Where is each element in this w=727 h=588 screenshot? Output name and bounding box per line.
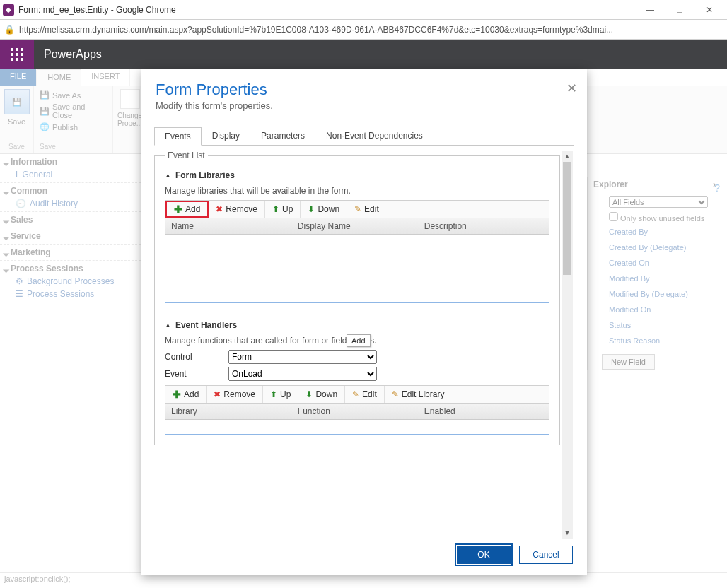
libraries-add-button[interactable]: ✚Add — [165, 201, 209, 218]
remove-icon: ✖ — [216, 204, 223, 214]
window-minimize-button[interactable]: — — [635, 0, 665, 20]
powerapps-header: PowerApps — [0, 40, 727, 69]
tab-non-event-deps[interactable]: Non-Event Dependencies — [315, 127, 434, 145]
dialog-header: Form Properties Modify this form's prope… — [141, 69, 587, 117]
form-libraries-grid-header: Name Display Name Description — [165, 218, 549, 235]
dialog-scrollbar[interactable]: ▲ ▼ — [562, 151, 573, 539]
dialog-ok-button[interactable]: OK — [457, 546, 511, 564]
scrollbar-up-icon[interactable]: ▲ — [562, 151, 573, 162]
dialog-close-button[interactable]: ✕ — [566, 81, 577, 96]
libraries-col-name[interactable]: Name — [165, 218, 292, 234]
edit-icon: ✎ — [352, 389, 359, 399]
handlers-col-enabled[interactable]: Enabled — [419, 404, 545, 419]
handlers-col-library[interactable]: Library — [165, 404, 292, 419]
handlers-add-label: Add — [184, 389, 199, 399]
tab-parameters[interactable]: Parameters — [250, 127, 315, 145]
handlers-remove-label: Remove — [223, 389, 255, 399]
form-libraries-title: Form Libraries — [175, 170, 235, 180]
libraries-down-button[interactable]: ⬇Down — [301, 201, 347, 218]
handlers-event-row: Event OnLoad — [165, 367, 549, 381]
window-close-button[interactable]: ✕ — [694, 0, 724, 20]
handlers-down-label: Down — [315, 389, 337, 399]
event-handlers-grid-body[interactable] — [165, 420, 549, 434]
dialog-subtitle: Modify this form's properties. — [156, 100, 573, 111]
window-maximize-button[interactable]: □ — [665, 0, 694, 20]
event-handlers-grid-header: Library Function Enabled — [165, 404, 549, 420]
waffle-icon — [11, 48, 23, 61]
form-libraries-header[interactable]: ▲Form Libraries — [165, 170, 549, 180]
handlers-event-select[interactable]: OnLoad — [228, 367, 377, 381]
svg-rect-0 — [11, 48, 13, 51]
powerapps-brand: PowerApps — [34, 48, 102, 61]
scrollbar-down-icon[interactable]: ▼ — [562, 527, 573, 539]
handlers-col-function[interactable]: Function — [292, 404, 419, 419]
edit-icon: ✎ — [354, 204, 361, 214]
svg-rect-7 — [16, 58, 18, 61]
handlers-up-button[interactable]: ⬆Up — [263, 386, 298, 403]
form-libraries-grid: Name Display Name Description — [165, 218, 549, 303]
up-arrow-icon: ⬆ — [270, 389, 277, 399]
app-icon: ◆ — [3, 4, 14, 16]
svg-rect-5 — [21, 53, 23, 56]
down-arrow-icon: ⬇ — [306, 389, 313, 399]
svg-rect-2 — [21, 48, 23, 51]
lock-icon: 🔒 — [4, 25, 15, 35]
handlers-remove-button[interactable]: ✖Remove — [207, 386, 263, 403]
handlers-control-row: Control Form — [165, 350, 549, 364]
libraries-down-label: Down — [318, 204, 339, 214]
handlers-control-label: Control — [165, 352, 228, 362]
event-handlers-title: Event Handlers — [175, 320, 237, 330]
scrollbar-thumb[interactable] — [563, 162, 571, 275]
event-handlers-grid: Library Function Enabled — [165, 404, 549, 435]
window-title: Form: md_ee_testEntity - Google Chrome — [18, 5, 635, 15]
collapse-icon: ▲ — [165, 172, 171, 179]
down-arrow-icon: ⬇ — [308, 204, 315, 214]
libraries-edit-label: Edit — [364, 204, 379, 214]
libraries-edit-button[interactable]: ✎Edit — [347, 201, 386, 218]
handlers-editlib-label: Edit Library — [402, 389, 445, 399]
svg-rect-6 — [11, 58, 13, 61]
form-libraries-grid-body[interactable] — [165, 235, 549, 302]
svg-rect-1 — [16, 48, 18, 51]
dialog-cancel-button[interactable]: Cancel — [519, 546, 573, 564]
libraries-up-label: Up — [282, 204, 293, 214]
waffle-menu-button[interactable] — [0, 40, 34, 69]
url-bar: 🔒 https://melissa.crm.dynamics.com/main.… — [0, 20, 727, 40]
dialog-tabstrip: Events Display Parameters Non-Event Depe… — [154, 127, 574, 146]
edit-library-icon: ✎ — [392, 389, 399, 399]
plus-icon: ✚ — [174, 205, 182, 213]
handlers-add-button[interactable]: ✚Add — [165, 386, 207, 403]
libraries-remove-button[interactable]: ✖Remove — [209, 201, 265, 218]
add-button-tooltip: Add — [347, 334, 371, 347]
up-arrow-icon: ⬆ — [272, 204, 279, 214]
remove-icon: ✖ — [214, 389, 221, 399]
svg-rect-4 — [16, 53, 18, 56]
handlers-edit-library-button[interactable]: ✎Edit Library — [385, 386, 452, 403]
dialog-body: Events Display Parameters Non-Event Depe… — [141, 117, 587, 539]
libraries-col-display[interactable]: Display Name — [292, 218, 419, 234]
dialog-title: Form Properties — [156, 81, 573, 99]
libraries-remove-label: Remove — [226, 204, 257, 214]
form-libraries-toolbar: ✚Add ✖Remove ⬆Up ⬇Down ✎Edit — [165, 200, 549, 218]
window-titlebar: ◆ Form: md_ee_testEntity - Google Chrome… — [0, 0, 727, 20]
event-handlers-header[interactable]: ▲Event Handlers — [165, 320, 549, 330]
handlers-up-label: Up — [280, 389, 291, 399]
event-list-fieldset: Event List ▲Form Libraries Manage librar… — [154, 151, 560, 445]
handlers-edit-label: Edit — [362, 389, 377, 399]
handlers-edit-button[interactable]: ✎Edit — [345, 386, 385, 403]
form-properties-dialog: Form Properties Modify this form's prope… — [141, 69, 587, 575]
libraries-col-desc[interactable]: Description — [419, 218, 545, 234]
dialog-footer: OK Cancel — [141, 539, 587, 575]
url-text[interactable]: https://melissa.crm.dynamics.com/main.as… — [19, 25, 723, 35]
svg-rect-3 — [11, 53, 13, 56]
tab-events[interactable]: Events — [154, 127, 202, 146]
tab-display[interactable]: Display — [202, 127, 250, 145]
handlers-control-select[interactable]: Form — [228, 350, 377, 364]
plus-icon: ✚ — [173, 390, 181, 399]
collapse-icon: ▲ — [165, 322, 171, 329]
libraries-add-label: Add — [185, 204, 200, 214]
handlers-event-label: Event — [165, 369, 228, 379]
event-handlers-toolbar: ✚Add ✖Remove ⬆Up ⬇Down ✎Edit ✎Edit Libra… — [165, 385, 549, 404]
libraries-up-button[interactable]: ⬆Up — [265, 201, 301, 218]
handlers-down-button[interactable]: ⬇Down — [298, 386, 345, 403]
